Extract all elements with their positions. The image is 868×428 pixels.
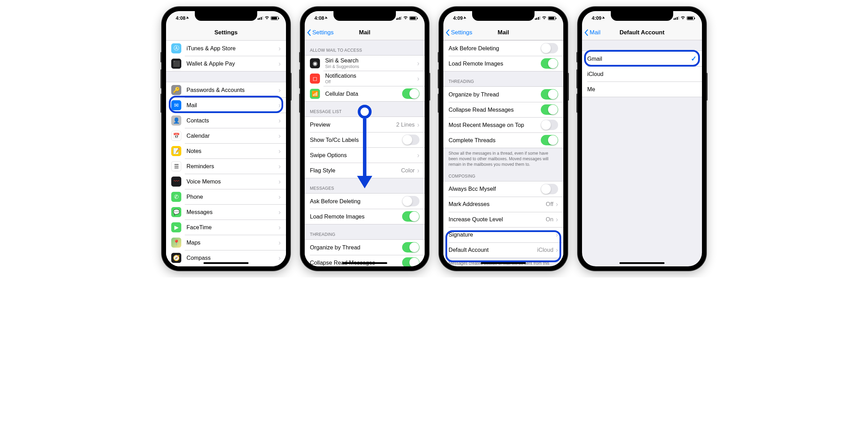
page-title: Default Account (619, 29, 665, 36)
nav-bar: Settings Mail (443, 25, 563, 40)
row-preview[interactable]: Preview2 Lines› (305, 117, 425, 132)
wifi-icon (542, 15, 547, 21)
location-icon: ➤ (602, 16, 606, 20)
reminders-icon: ☰ (171, 161, 181, 171)
wallet-icon: ⬛ (171, 59, 181, 69)
row-organize[interactable]: Organize by Thread (443, 87, 563, 102)
row-notes[interactable]: 📝Notes› (166, 143, 286, 159)
phone-4: 4:09➤ Mail Default Account Gmail✓ iCloud… (578, 7, 706, 271)
toggle-cellular[interactable] (402, 88, 419, 99)
calendar-icon: 📅 (171, 131, 181, 141)
row-itunes[interactable]: ⒶiTunes & App Store› (166, 41, 286, 56)
back-button[interactable]: Settings (445, 29, 472, 36)
row-facetime[interactable]: ▶FaceTime› (166, 220, 286, 235)
toggle-showtocc[interactable] (402, 135, 419, 145)
row-bcc[interactable]: Always Bcc Myself (443, 181, 563, 197)
row-askdel[interactable]: Ask Before Deleting (305, 194, 425, 209)
row-wallet[interactable]: ⬛Wallet & Apple Pay› (166, 56, 286, 71)
row-notifications[interactable]: ◻NotificationsOff› (305, 71, 425, 86)
row-voicememos[interactable]: 〰Voice Memos› (166, 174, 286, 189)
toggle-organize[interactable] (541, 89, 558, 100)
chevron-icon: › (556, 215, 558, 223)
row-organize[interactable]: Organize by Thread (305, 240, 425, 255)
notes-icon: 📝 (171, 146, 181, 156)
row-collapse[interactable]: Collapse Read Messages (305, 255, 425, 266)
toggle-loadremote[interactable] (402, 211, 419, 222)
chevron-icon: › (278, 162, 281, 170)
row-phone[interactable]: ✆Phone› (166, 189, 286, 204)
back-button[interactable]: Mail (584, 29, 600, 36)
chevron-icon: › (278, 147, 281, 155)
row-messages[interactable]: 💬Messages› (166, 204, 286, 220)
row-flagstyle[interactable]: Flag StyleColor› (305, 163, 425, 178)
row-incquote[interactable]: Increase Quote LevelOn› (443, 212, 563, 227)
row-siri[interactable]: ◉Siri & SearchSiri & Suggestions› (305, 55, 425, 71)
row-gmail[interactable]: Gmail✓ (582, 51, 702, 66)
chevron-icon: › (278, 208, 281, 216)
signal-icon (535, 16, 541, 20)
toggle-complete[interactable] (541, 135, 558, 145)
toggle-askdel[interactable] (541, 43, 558, 53)
signal-icon (396, 16, 402, 20)
chevron-icon: › (417, 151, 419, 159)
wifi-icon (403, 15, 408, 21)
row-swipe[interactable]: Swipe Options› (305, 147, 425, 163)
signal-icon (674, 16, 679, 20)
home-indicator[interactable] (619, 262, 665, 264)
compass-icon: 🧭 (171, 253, 181, 263)
toggle-loadremote[interactable] (541, 58, 558, 69)
back-button[interactable]: Settings (307, 29, 333, 36)
home-indicator[interactable] (481, 262, 526, 264)
row-me[interactable]: Me (582, 82, 702, 97)
toggle-bcc[interactable] (541, 184, 558, 194)
nav-bar: Mail Default Account (582, 25, 702, 40)
toggle-recent-top[interactable] (541, 120, 558, 130)
row-icloud[interactable]: iCloud (582, 66, 702, 82)
maps-icon: 📍 (171, 238, 181, 248)
row-collapse[interactable]: Collapse Read Messages (443, 102, 563, 117)
battery-icon (271, 16, 278, 20)
row-reminders[interactable]: ☰Reminders› (166, 159, 286, 174)
row-measure[interactable]: 📏Measure› (166, 265, 286, 266)
section-messages: MESSAGES (305, 178, 425, 193)
row-calendar[interactable]: 📅Calendar› (166, 128, 286, 143)
phone-1: 4:08➤ Settings ⒶiTunes & App Store› ⬛Wal… (162, 7, 290, 271)
row-cellular[interactable]: 📶Cellular Data (305, 86, 425, 101)
notifications-icon: ◻ (310, 74, 320, 84)
row-loadremote[interactable]: Load Remote Images (305, 209, 425, 224)
row-mail[interactable]: ✉︎Mail› (166, 97, 286, 113)
chevron-icon: › (278, 239, 281, 247)
toggle-collapse[interactable] (541, 104, 558, 115)
threading-footer: Show all the messages in a thread, even … (443, 148, 563, 171)
row-signature[interactable]: Signature› (443, 227, 563, 242)
chevron-icon: › (278, 60, 281, 68)
toggle-askdel[interactable] (402, 196, 419, 206)
row-complete[interactable]: Complete Threads (443, 132, 563, 148)
row-passwords[interactable]: 🔑Passwords & Accounts› (166, 82, 286, 97)
chevron-icon: › (278, 132, 281, 140)
section-msglist: MESSAGE LIST (305, 102, 425, 117)
wifi-icon (264, 15, 269, 21)
status-time: 4:08 (314, 15, 324, 21)
toggle-collapse[interactable] (402, 257, 419, 266)
siri-icon: ◉ (310, 58, 320, 68)
home-indicator[interactable] (342, 262, 387, 264)
chevron-icon: › (278, 254, 281, 262)
toggle-organize[interactable] (402, 242, 419, 252)
row-showtocc[interactable]: Show To/Cc Labels (305, 132, 425, 147)
chevron-icon: › (556, 200, 558, 208)
chevron-icon: › (278, 117, 281, 125)
chevron-icon: › (556, 246, 558, 254)
home-indicator[interactable] (203, 262, 249, 264)
row-default-account[interactable]: Default AccountiCloud› (443, 242, 563, 258)
chevron-icon: › (556, 231, 558, 239)
cellular-icon: 📶 (310, 89, 320, 99)
row-recent-top[interactable]: Most Recent Message on Top (443, 117, 563, 132)
row-askdel[interactable]: Ask Before Deleting (443, 41, 563, 56)
row-mark-addr[interactable]: Mark AddressesOff› (443, 197, 563, 212)
voicememos-icon: 〰 (171, 177, 181, 187)
row-loadremote[interactable]: Load Remote Images (443, 56, 563, 71)
row-contacts[interactable]: 👤Contacts› (166, 113, 286, 128)
chevron-icon: › (417, 75, 419, 83)
row-maps[interactable]: 📍Maps› (166, 235, 286, 250)
